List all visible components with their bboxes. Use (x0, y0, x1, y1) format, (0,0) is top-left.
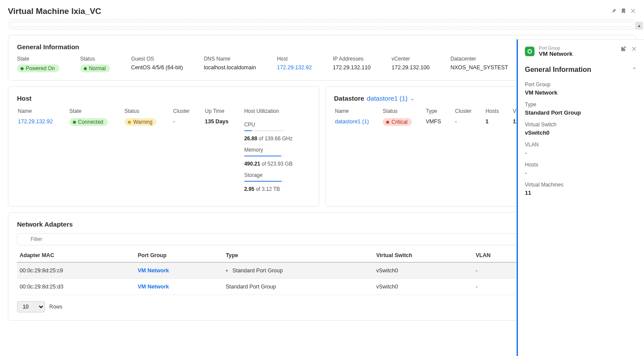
host-uptime-label: Up Time (205, 108, 231, 114)
label-vcenter: vCenter (392, 56, 430, 62)
ds-hosts-value: 1 (486, 119, 489, 125)
label-status: Status (80, 56, 110, 62)
datastore-selector[interactable]: datastore1 (1) (367, 95, 408, 102)
scroll-up-button[interactable]: ▲ (635, 22, 643, 30)
host-cluster-label: Cluster (173, 108, 192, 114)
value-dns: localhost.localdomain (204, 64, 256, 71)
stor-text: 2.95 of 3.12 TB (244, 186, 297, 192)
cell-type: Standard Port Group (223, 279, 373, 295)
side-field-value: - (525, 170, 637, 176)
mem-bar (244, 156, 284, 156)
cell-mac: 00:0c:29:8d:25:d3 (17, 279, 135, 295)
label-dns: DNS Name (204, 56, 256, 62)
label-state: State (17, 56, 59, 62)
value-vcenter: 172.29.132.100 (392, 64, 430, 71)
side-field: VLAN- (525, 142, 637, 156)
host-name-link[interactable]: 172.29.132.92 (18, 119, 53, 125)
host-uptime-value: 135 Days (205, 119, 229, 125)
ds-hosts-label: Hosts (486, 108, 499, 114)
ds-type-value: VMFS (426, 119, 441, 125)
host-util-label: Host Utilization (244, 108, 297, 114)
label-ip: IP Addresses (333, 56, 371, 62)
side-field-label: Port Group (525, 81, 637, 88)
th-vlan[interactable]: VLAN (473, 249, 521, 262)
ds-status-badge: Critical (383, 118, 412, 126)
stor-bar (244, 181, 284, 182)
cell-vlan: - (473, 279, 521, 295)
side-field-value: vSwitch0 (525, 129, 637, 136)
side-field-label: Hosts (525, 162, 637, 168)
side-field-value: 11 (525, 190, 637, 196)
cell-type: ▾ Standard Port Group (223, 262, 373, 279)
chevron-up-icon[interactable]: ⌃ (632, 66, 637, 73)
filter-icon[interactable]: ▾ (226, 268, 231, 273)
host-cluster-value: - (173, 119, 175, 125)
th-mac[interactable]: Adapter MAC (17, 249, 135, 262)
datastore-title: Datastore (334, 95, 364, 102)
portgroup-icon (525, 47, 534, 56)
label-guestos: Guest OS (131, 56, 183, 62)
host-card: Host Name State Status Cluster Up Time H… (8, 86, 319, 207)
host-name-label: Name (18, 108, 56, 114)
badge-status: Normal (80, 64, 110, 72)
side-field-value: - (525, 149, 637, 156)
ds-name-link[interactable]: datastore1 (1) (335, 119, 369, 125)
value-guestos: CentOS 4/5/6 (64-bit) (131, 64, 183, 71)
popout-icon[interactable] (620, 46, 627, 53)
side-panel: Port Group VM Network General Informatio… (517, 39, 644, 356)
side-field: Hosts- (525, 162, 637, 176)
value-dc: NXOS_NAE_SYSTEST (450, 64, 508, 71)
side-section-title: General Information (525, 66, 591, 74)
chevron-down-icon[interactable]: ⌄ (410, 95, 414, 102)
host-title: Host (17, 95, 310, 102)
cell-vswitch: vSwitch0 (373, 279, 473, 295)
ds-name-label: Name (335, 108, 369, 114)
dashed-placeholder (10, 22, 634, 27)
mem-text: 490.21 of 523.93 GB (244, 161, 297, 167)
rows-label: Rows (49, 304, 62, 310)
side-field-label: Virtual Machines (525, 182, 637, 188)
cpu-text: 26.88 of 139.66 GHz (244, 136, 297, 142)
cell-vlan: - (473, 262, 521, 279)
host-state-label: State (69, 108, 111, 114)
host-status-label: Status (124, 108, 160, 114)
side-field: Virtual SwitchvSwitch0 (525, 122, 637, 136)
close-side-icon[interactable] (631, 46, 637, 53)
side-field: Port GroupVM Network (525, 81, 637, 96)
cpu-bar (244, 130, 284, 131)
th-portgroup[interactable]: Port Group (135, 249, 223, 262)
side-field-label: VLAN (525, 142, 637, 148)
host-status-badge: Warning (124, 118, 157, 126)
ds-cluster-value: - (455, 119, 457, 125)
ds-status-label: Status (383, 108, 412, 114)
mem-label: Memory (244, 147, 297, 153)
side-field-value: VM Network (525, 89, 637, 96)
ds-cluster-label: Cluster (455, 108, 472, 114)
ds-type-label: Type (426, 108, 441, 114)
link-host[interactable]: 172.29.132.92 (277, 64, 312, 71)
side-field-value: Standard Port Group (525, 109, 637, 116)
th-vswitch[interactable]: Virtual Switch (373, 249, 473, 262)
close-icon[interactable] (630, 8, 636, 15)
cpu-label: CPU (244, 122, 297, 128)
th-type[interactable]: Type (223, 249, 373, 262)
page-title: Virtual Machine Ixia_VC (8, 7, 101, 16)
side-title: VM Network (539, 51, 572, 57)
stor-label: Storage (244, 172, 297, 178)
side-field-label: Type (525, 102, 637, 108)
cell-mac: 00:0c:29:8d:25:c9 (17, 262, 135, 279)
cell-vswitch: vSwitch0 (373, 262, 473, 279)
rows-per-page-select[interactable]: 10 (17, 301, 45, 312)
label-dc: Datacenter (450, 56, 508, 62)
value-ip: 172.29.132.110 (333, 64, 371, 71)
bookmark-icon[interactable] (620, 8, 627, 15)
side-field-label: Virtual Switch (525, 122, 637, 128)
host-state-badge: Connected (69, 118, 108, 126)
pin-icon[interactable] (611, 8, 617, 15)
badge-state: Powered On (17, 64, 59, 72)
label-host: Host (277, 56, 312, 62)
cell-portgroup-link[interactable]: VM Network (138, 284, 169, 290)
side-field: TypeStandard Port Group (525, 102, 637, 116)
side-breadcrumb: Port Group (539, 46, 572, 51)
cell-portgroup-link[interactable]: VM Network (138, 268, 169, 274)
